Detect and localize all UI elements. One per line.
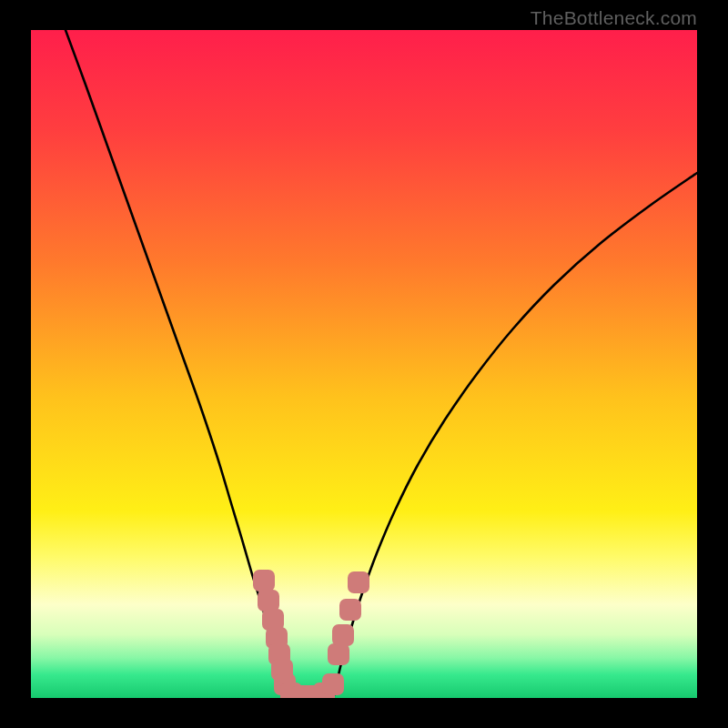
run-marker: [328, 643, 349, 665]
plot-area: [31, 30, 697, 698]
run-marker: [322, 673, 344, 695]
run-marker: [348, 571, 369, 593]
chart-frame: TheBottleneck.com: [0, 0, 728, 728]
watermark-text: TheBottleneck.com: [531, 7, 697, 29]
run-markers: [31, 30, 697, 698]
run-marker: [253, 570, 275, 592]
run-marker: [332, 624, 354, 646]
run-marker: [339, 599, 361, 621]
